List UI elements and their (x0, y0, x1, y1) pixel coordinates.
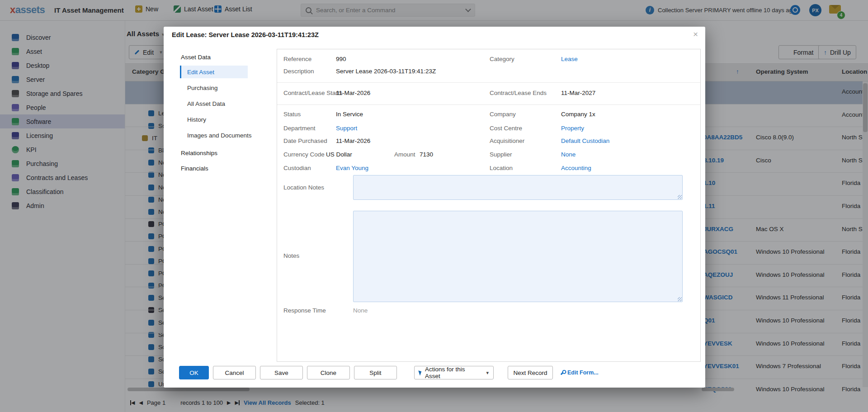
currency-code-value[interactable]: US Dollar (326, 151, 352, 158)
dialog-button[interactable]: Split (354, 366, 397, 379)
status-value[interactable]: In Service (336, 111, 363, 118)
row-description: Description Server Lease 2026-03-11T19:4… (277, 68, 700, 77)
custodian-link[interactable]: Evan Young (336, 165, 368, 171)
actions-for-asset-button[interactable]: Actions for this Asset ▾ (414, 366, 494, 379)
nav-item-purchasing[interactable]: Purchasing (187, 85, 218, 91)
dialog-buttons: OKCancelSaveCloneSplit Actions for this … (179, 366, 599, 379)
contract-starts-label: Contract/Lease Starts (283, 90, 343, 96)
nav-item-history[interactable]: History (187, 116, 206, 123)
nav-item-images-documents[interactable]: Images and Documents (187, 132, 252, 139)
edit-lease-dialog: Edit Lease: Server Lease 2026-03-11T19:4… (164, 27, 705, 388)
row-status-company: Status In Service Company Company 1x (277, 111, 700, 120)
row-reference-category: Reference 990 Category Lease (277, 56, 700, 65)
company-label: Company (490, 111, 516, 118)
notes-textarea[interactable] (353, 211, 683, 302)
cost-centre-label: Cost Centre (490, 125, 522, 132)
dialog-button[interactable]: OK (179, 366, 209, 379)
location-link[interactable]: Accounting (561, 165, 591, 171)
currency-code-label: Currency Code (283, 151, 325, 158)
resize-grip-icon[interactable] (678, 297, 682, 301)
edit-form-link[interactable]: Edit Form... (560, 369, 599, 376)
nav-section-relationships[interactable]: Relationships (181, 150, 217, 156)
location-notes-textarea[interactable] (353, 175, 683, 200)
resize-grip-icon[interactable] (678, 195, 682, 199)
row-custodian-location: Custodian Evan Young Location Accounting (277, 165, 700, 174)
location-notes-label: Location Notes (283, 184, 324, 191)
close-icon[interactable]: × (693, 29, 698, 39)
response-time-value[interactable]: None (353, 307, 368, 314)
nav-item-edit-asset[interactable]: Edit Asset (187, 69, 214, 76)
custodian-label: Custodian (283, 165, 311, 171)
next-record-button[interactable]: Next Record (508, 366, 553, 379)
supplier-link[interactable]: None (561, 151, 576, 158)
date-purchased-label: Date Purchased (283, 137, 327, 144)
reference-label: Reference (283, 56, 311, 62)
dialog-title: Edit Lease: Server Lease 2026-03-11T19:4… (172, 31, 319, 38)
nav-item-all-asset-data[interactable]: All Asset Data (187, 100, 225, 107)
description-value[interactable]: Server Lease 2026-03-11T19:41:23Z (336, 68, 436, 75)
status-label: Status (283, 111, 301, 118)
notes-label: Notes (283, 252, 299, 259)
nav-section-asset-data[interactable]: Asset Data (181, 54, 211, 61)
company-value[interactable]: Company 1x (561, 111, 595, 118)
row-contract-dates: Contract/Lease Starts 11-Mar-2026 Contra… (277, 90, 700, 99)
supplier-label: Supplier (490, 151, 512, 158)
form-separator (277, 82, 700, 83)
category-label: Category (490, 56, 514, 62)
reference-value[interactable]: 990 (336, 56, 346, 62)
cost-centre-link[interactable]: Property (561, 125, 584, 132)
dialog-button[interactable]: Cancel (213, 366, 256, 379)
form-separator (277, 104, 700, 105)
cursor-icon (418, 369, 422, 375)
row-currency-supplier: Currency Code US Dollar Amount 7130 Supp… (277, 151, 700, 160)
department-label: Department (283, 125, 316, 132)
nav-section-financials[interactable]: Financials (181, 165, 208, 172)
acquisitioner-link[interactable]: Default Custodian (561, 137, 609, 144)
chevron-down-icon: ▾ (486, 370, 489, 376)
wrench-icon (561, 370, 565, 375)
description-label: Description (283, 68, 314, 75)
department-link[interactable]: Support (336, 125, 357, 132)
edit-asset-form: Reference 990 Category Lease Description… (277, 49, 701, 362)
app-root: xassets IT Asset Management New Last Ass… (0, 0, 868, 412)
acquisitioner-label: Acquisitioner (490, 137, 524, 144)
row-response-time: Response Time None (277, 307, 700, 316)
dialog-button[interactable]: Save (260, 366, 303, 379)
dialog-button[interactable]: Clone (307, 366, 350, 379)
contract-ends-label: Contract/Lease Ends (490, 90, 547, 96)
amount-value[interactable]: 7130 (420, 151, 433, 158)
amount-label: Amount (394, 151, 415, 158)
contract-ends-value[interactable]: 11-Mar-2027 (561, 90, 595, 96)
contract-starts-value[interactable]: 11-Mar-2026 (336, 90, 370, 96)
date-purchased-value[interactable]: 11-Mar-2026 (336, 137, 370, 144)
response-time-label: Response Time (283, 307, 326, 314)
row-purchased-acquisitioner: Date Purchased 11-Mar-2026 Acquisitioner… (277, 137, 700, 147)
row-department-costcentre: Department Support Cost Centre Property (277, 125, 700, 134)
category-link[interactable]: Lease (561, 56, 578, 62)
location-label: Location (490, 165, 513, 171)
